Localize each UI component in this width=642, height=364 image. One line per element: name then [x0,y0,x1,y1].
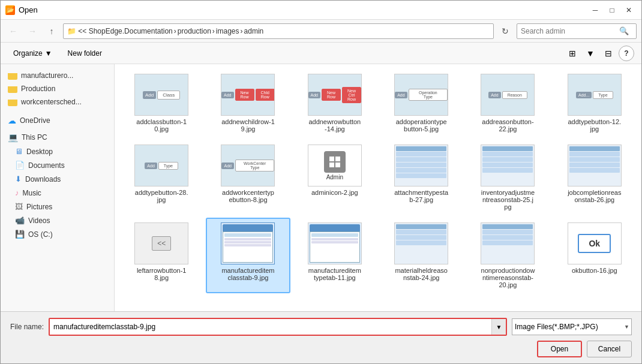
svg-rect-3 [335,163,340,167]
file-name: jobcompletionreasonstab-26.jpg [568,189,622,203]
file-item[interactable]: Add Reason addreasonbutton-22.jpg [466,69,550,137]
file-item[interactable]: Admin adminicon-2.jpg [293,140,377,215]
path-part2: production [178,27,211,35]
folder-icon [8,98,17,106]
filename-input-wrapper: ▼ [49,318,507,336]
file-item[interactable]: Add New Row New Ctrl Row addnewrowbutton… [293,69,377,137]
details-pane-button[interactable]: ⊟ [601,46,616,61]
sidebar-item-pictures[interactable]: 🖼 Pictures [1,200,114,213]
file-item[interactable]: manufactureditemtypetab-11.jpg [293,218,377,293]
refresh-button[interactable]: ↻ [497,23,513,39]
file-thumbnail [568,145,622,186]
file-name: addtypebutton-12.jpg [568,118,622,133]
sidebar-item-manufactureroute[interactable]: manufacturero... [1,69,114,82]
new-folder-button[interactable]: New folder [62,46,107,61]
back-button[interactable]: ← [5,23,21,39]
file-thumbnail: Add WorkCenter Type [221,145,275,186]
file-thumbnail: Add Operation Type [394,74,448,116]
sep3: › [241,27,243,35]
path-part4: admin [244,27,264,35]
sidebar-item-workcenter[interactable]: workcentersched... [1,95,114,109]
svg-rect-2 [329,163,334,167]
sidebar-item-thispc[interactable]: 💻 This PC [1,130,114,145]
file-name: okbutton-16.jpg [572,267,617,274]
filename-dropdown[interactable]: ▼ [491,319,506,335]
file-name: adminicon-2.jpg [311,189,358,196]
sidebar-item-label: Downloads [25,175,61,183]
file-item[interactable]: Add... Type addtypebutton-12.jpg [553,69,637,137]
file-item[interactable]: Add Operation Type addoperationtypebutto… [379,69,463,137]
sidebar-item-label: Videos [28,216,50,225]
file-name: addnewchildrow-19.jpg [221,118,275,133]
maximize-button[interactable]: □ [604,4,620,16]
window-icon: 📂 [5,5,15,15]
search-box[interactable]: 🔍 [517,23,637,39]
file-name: manufactureditemtypetab-11.jpg [308,267,362,281]
title-controls: ─ □ ✕ [587,4,637,16]
file-grid: Add Class addclassbutton-10.jpg Add New … [115,64,641,311]
title-bar-left: 📂 Open [5,5,38,15]
svg-rect-1 [335,157,340,161]
file-name: inventoryadjustmentreasonstab-25.jpg [481,189,535,210]
onedrive-icon: ☁ [8,116,16,125]
sidebar-item-desktop[interactable]: 🖥 Desktop [1,145,114,158]
folder-icon [8,71,17,80]
path-part1: << ShopEdge.Documentation [78,27,172,35]
organize-label: Organize [13,49,43,58]
music-icon: ♪ [15,188,19,197]
address-path[interactable]: 📁 << ShopEdge.Documentation › production… [63,23,494,39]
file-thumbnail: Add... Type [568,74,622,116]
file-item-selected[interactable]: manufactureditemclasstab-9.jpg [206,218,290,293]
filename-input[interactable] [50,319,491,335]
sidebar-item-videos[interactable]: 📹 Videos [1,213,114,227]
search-icon: 🔍 [619,26,629,35]
sidebar-item-downloads[interactable]: ⬇ Downloads [1,172,114,186]
title-bar: 📂 Open ─ □ ✕ [1,1,641,20]
sidebar-item-onedrive[interactable]: ☁ OneDrive [1,113,114,128]
organize-button[interactable]: Organize ▼ [8,46,58,61]
file-name: addoperationtypebutton-5.jpg [394,118,448,133]
up-button[interactable]: ↑ [44,23,59,39]
cancel-button[interactable]: Cancel [587,341,632,357]
file-item[interactable]: inventoryadjustmentreasonstab-25.jpg [466,140,550,215]
file-item[interactable]: nonproductiondowntimereasonstab-20.jpg [466,218,550,293]
file-item[interactable]: Add Class addclassbutton-10.jpg [119,69,203,137]
filename-label: File name: [10,323,44,331]
file-name: manufactureditemclasstab-9.jpg [221,267,275,281]
file-thumbnail: Add Class [134,74,188,116]
forward-button[interactable]: → [25,23,40,39]
new-folder-label: New folder [68,49,102,58]
file-name: addtypebutton-28.jpg [134,189,188,203]
file-thumbnail: Admin [308,145,362,186]
file-item[interactable]: Ok okbutton-16.jpg [553,218,637,293]
view-toggle-button[interactable]: ⊞ [565,46,580,61]
sidebar-item-music[interactable]: ♪ Music [1,186,114,200]
sidebar-item-documents[interactable]: 📄 Documents [1,158,114,172]
file-item[interactable]: materialheldreasonstab-24.jpg [379,218,463,293]
sidebar-item-osdrive[interactable]: 💾 OS (C:) [1,227,114,241]
pictures-icon: 🖼 [15,202,23,211]
filetype-select[interactable]: Image Files(*.BMP;*.JPG) [512,318,632,335]
file-item[interactable]: jobcompletionreasonstab-26.jpg [553,140,637,215]
minimize-button[interactable]: ─ [587,4,603,16]
path-part3: images [216,27,239,35]
search-input[interactable] [521,27,617,35]
toolbar-right: ⊞ ▼ ⊟ ? [565,46,634,61]
file-item[interactable]: attachmenttypestab-27.jpg [379,140,463,215]
file-item[interactable]: << leftarrowbutton-18.jpg [119,218,203,293]
help-button[interactable]: ? [619,46,634,61]
sidebar-item-label: This PC [22,133,47,142]
sidebar-item-production[interactable]: Production [1,82,114,95]
close-button[interactable]: ✕ [621,4,637,16]
open-dialog: 📂 Open ─ □ ✕ ← → ↑ 📁 << ShopEdge.Documen… [0,0,642,364]
open-button[interactable]: Open [537,341,582,357]
file-name: materialheldreasonstab-24.jpg [394,267,448,281]
file-item[interactable]: Add WorkCenter Type addworkcentertypebut… [206,140,290,215]
address-bar: ← → ↑ 📁 << ShopEdge.Documentation › prod… [1,20,641,43]
file-item[interactable]: Add New Row Chld Row addnewchildrow-19.j… [206,69,290,137]
sidebar: manufacturero... Production workcentersc… [1,64,115,311]
file-item[interactable]: Add Type addtypebutton-28.jpg [119,140,203,215]
sidebar-item-label: manufacturero... [21,71,73,80]
view-dropdown-button[interactable]: ▼ [583,46,598,61]
bottom-bar: File name: ▼ Image Files(*.BMP;*.JPG) Op… [1,311,641,363]
